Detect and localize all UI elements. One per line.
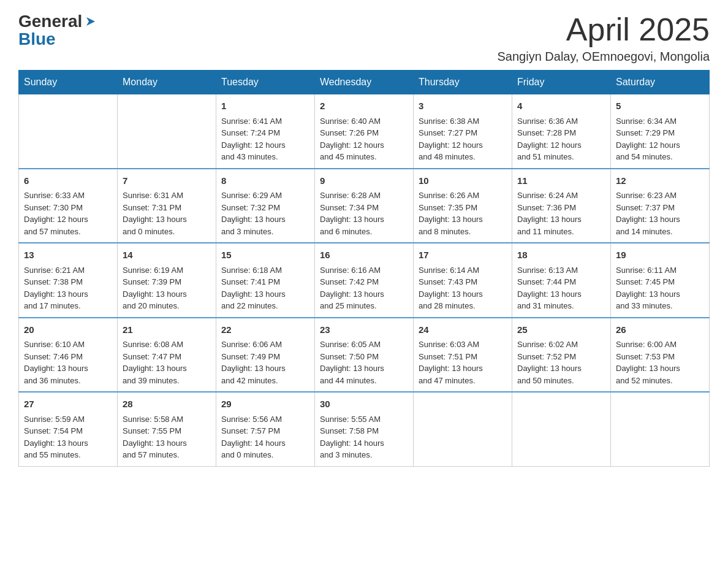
day-info: Sunrise: 6:14 AMSunset: 7:43 PMDaylight:… (419, 266, 483, 311)
weekday-header-wednesday: Wednesday (315, 71, 414, 94)
calendar-cell: 10Sunrise: 6:26 AMSunset: 7:35 PMDayligh… (414, 169, 512, 243)
week-row-4: 20Sunrise: 6:10 AMSunset: 7:46 PMDayligh… (19, 318, 710, 393)
day-info: Sunrise: 5:59 AMSunset: 7:54 PMDaylight:… (24, 415, 88, 460)
calendar-cell: 7Sunrise: 6:31 AMSunset: 7:31 PMDaylight… (118, 169, 216, 243)
calendar-cell: 30Sunrise: 5:55 AMSunset: 7:58 PMDayligh… (315, 392, 414, 466)
calendar-cell: 1Sunrise: 6:41 AMSunset: 7:24 PMDaylight… (216, 94, 315, 169)
calendar-cell: 11Sunrise: 6:24 AMSunset: 7:36 PMDayligh… (512, 169, 611, 243)
day-number: 30 (320, 397, 408, 412)
calendar-cell: 3Sunrise: 6:38 AMSunset: 7:27 PMDaylight… (414, 94, 512, 169)
day-info: Sunrise: 6:11 AMSunset: 7:45 PMDaylight:… (616, 266, 680, 311)
day-info: Sunrise: 6:41 AMSunset: 7:24 PMDaylight:… (221, 117, 286, 162)
day-number: 8 (221, 174, 309, 188)
day-number: 14 (123, 248, 211, 262)
day-info: Sunrise: 6:29 AMSunset: 7:32 PMDaylight:… (221, 191, 286, 236)
day-number: 22 (221, 323, 309, 337)
day-info: Sunrise: 6:24 AMSunset: 7:36 PMDaylight:… (517, 191, 582, 236)
calendar-cell: 20Sunrise: 6:10 AMSunset: 7:46 PMDayligh… (19, 318, 118, 393)
calendar-cell: 2Sunrise: 6:40 AMSunset: 7:26 PMDaylight… (315, 94, 414, 169)
week-row-1: 1Sunrise: 6:41 AMSunset: 7:24 PMDaylight… (19, 94, 710, 169)
day-number: 25 (517, 323, 605, 337)
weekday-header-sunday: Sunday (19, 71, 118, 94)
calendar-cell: 29Sunrise: 5:56 AMSunset: 7:57 PMDayligh… (216, 392, 315, 466)
weekday-header-tuesday: Tuesday (216, 71, 315, 94)
day-info: Sunrise: 6:33 AMSunset: 7:30 PMDaylight:… (24, 191, 88, 236)
day-number: 19 (616, 248, 704, 262)
day-info: Sunrise: 6:40 AMSunset: 7:26 PMDaylight:… (320, 117, 384, 162)
calendar-cell (512, 392, 611, 466)
day-number: 17 (419, 248, 507, 262)
calendar-table: SundayMondayTuesdayWednesdayThursdayFrid… (18, 70, 710, 467)
day-info: Sunrise: 6:38 AMSunset: 7:27 PMDaylight:… (419, 117, 483, 162)
logo: General Blue (18, 12, 97, 48)
logo-blue: Blue (18, 29, 56, 48)
calendar-cell: 15Sunrise: 6:18 AMSunset: 7:41 PMDayligh… (216, 243, 315, 318)
day-number: 4 (517, 99, 605, 113)
day-number: 5 (616, 99, 704, 113)
logo-icon (84, 15, 97, 28)
calendar-cell (611, 392, 710, 466)
calendar-cell (414, 392, 512, 466)
calendar-cell: 16Sunrise: 6:16 AMSunset: 7:42 PMDayligh… (315, 243, 414, 318)
calendar-cell: 6Sunrise: 6:33 AMSunset: 7:30 PMDaylight… (19, 169, 118, 243)
day-info: Sunrise: 6:19 AMSunset: 7:39 PMDaylight:… (123, 266, 187, 311)
calendar-cell: 14Sunrise: 6:19 AMSunset: 7:39 PMDayligh… (118, 243, 216, 318)
location-title: Sangiyn Dalay, OEmnoegovi, Mongolia (498, 50, 710, 64)
calendar-cell: 9Sunrise: 6:28 AMSunset: 7:34 PMDaylight… (315, 169, 414, 243)
day-number: 18 (517, 248, 605, 262)
calendar-cell: 5Sunrise: 6:34 AMSunset: 7:29 PMDaylight… (611, 94, 710, 169)
weekday-header-monday: Monday (118, 71, 216, 94)
day-number: 9 (320, 174, 408, 188)
day-info: Sunrise: 6:36 AMSunset: 7:28 PMDaylight:… (517, 117, 582, 162)
calendar-cell: 28Sunrise: 5:58 AMSunset: 7:55 PMDayligh… (118, 392, 216, 466)
calendar-cell: 17Sunrise: 6:14 AMSunset: 7:43 PMDayligh… (414, 243, 512, 318)
calendar-cell: 25Sunrise: 6:02 AMSunset: 7:52 PMDayligh… (512, 318, 611, 393)
day-number: 28 (123, 397, 211, 412)
day-info: Sunrise: 5:56 AMSunset: 7:57 PMDaylight:… (221, 415, 286, 460)
calendar-cell: 27Sunrise: 5:59 AMSunset: 7:54 PMDayligh… (19, 392, 118, 466)
day-info: Sunrise: 6:06 AMSunset: 7:49 PMDaylight:… (221, 340, 286, 385)
day-info: Sunrise: 6:28 AMSunset: 7:34 PMDaylight:… (320, 191, 384, 236)
day-info: Sunrise: 6:00 AMSunset: 7:53 PMDaylight:… (616, 340, 680, 385)
page-header: General Blue April 2025 Sangiyn Dalay, O… (18, 12, 710, 64)
day-number: 20 (24, 323, 112, 337)
day-number: 3 (419, 99, 507, 113)
calendar-cell: 13Sunrise: 6:21 AMSunset: 7:38 PMDayligh… (19, 243, 118, 318)
day-info: Sunrise: 6:23 AMSunset: 7:37 PMDaylight:… (616, 191, 680, 236)
day-info: Sunrise: 6:16 AMSunset: 7:42 PMDaylight:… (320, 266, 384, 311)
calendar-cell: 18Sunrise: 6:13 AMSunset: 7:44 PMDayligh… (512, 243, 611, 318)
weekday-header-thursday: Thursday (414, 71, 512, 94)
week-row-5: 27Sunrise: 5:59 AMSunset: 7:54 PMDayligh… (19, 392, 710, 466)
day-number: 11 (517, 174, 605, 188)
day-number: 16 (320, 248, 408, 262)
day-info: Sunrise: 6:10 AMSunset: 7:46 PMDaylight:… (24, 340, 88, 385)
day-number: 1 (221, 99, 309, 113)
day-info: Sunrise: 6:05 AMSunset: 7:50 PMDaylight:… (320, 340, 384, 385)
calendar-cell: 22Sunrise: 6:06 AMSunset: 7:49 PMDayligh… (216, 318, 315, 393)
day-info: Sunrise: 6:21 AMSunset: 7:38 PMDaylight:… (24, 266, 88, 311)
day-number: 6 (24, 174, 112, 188)
day-number: 24 (419, 323, 507, 337)
week-row-2: 6Sunrise: 6:33 AMSunset: 7:30 PMDaylight… (19, 169, 710, 243)
calendar-cell: 12Sunrise: 6:23 AMSunset: 7:37 PMDayligh… (611, 169, 710, 243)
day-info: Sunrise: 6:31 AMSunset: 7:31 PMDaylight:… (123, 191, 187, 236)
day-info: Sunrise: 6:26 AMSunset: 7:35 PMDaylight:… (419, 191, 483, 236)
calendar-cell (19, 94, 118, 169)
day-info: Sunrise: 6:34 AMSunset: 7:29 PMDaylight:… (616, 117, 680, 162)
day-number: 29 (221, 397, 309, 412)
title-section: April 2025 Sangiyn Dalay, OEmnoegovi, Mo… (498, 12, 710, 64)
calendar-cell: 23Sunrise: 6:05 AMSunset: 7:50 PMDayligh… (315, 318, 414, 393)
day-number: 13 (24, 248, 112, 262)
day-number: 12 (616, 174, 704, 188)
week-row-3: 13Sunrise: 6:21 AMSunset: 7:38 PMDayligh… (19, 243, 710, 318)
calendar-cell: 19Sunrise: 6:11 AMSunset: 7:45 PMDayligh… (611, 243, 710, 318)
weekday-header-saturday: Saturday (611, 71, 710, 94)
day-info: Sunrise: 6:03 AMSunset: 7:51 PMDaylight:… (419, 340, 483, 385)
day-info: Sunrise: 6:08 AMSunset: 7:47 PMDaylight:… (123, 340, 187, 385)
day-number: 2 (320, 99, 408, 113)
day-number: 27 (24, 397, 112, 412)
weekday-header-friday: Friday (512, 71, 611, 94)
calendar-cell: 4Sunrise: 6:36 AMSunset: 7:28 PMDaylight… (512, 94, 611, 169)
logo-general: General (18, 13, 82, 30)
day-info: Sunrise: 5:55 AMSunset: 7:58 PMDaylight:… (320, 415, 384, 460)
